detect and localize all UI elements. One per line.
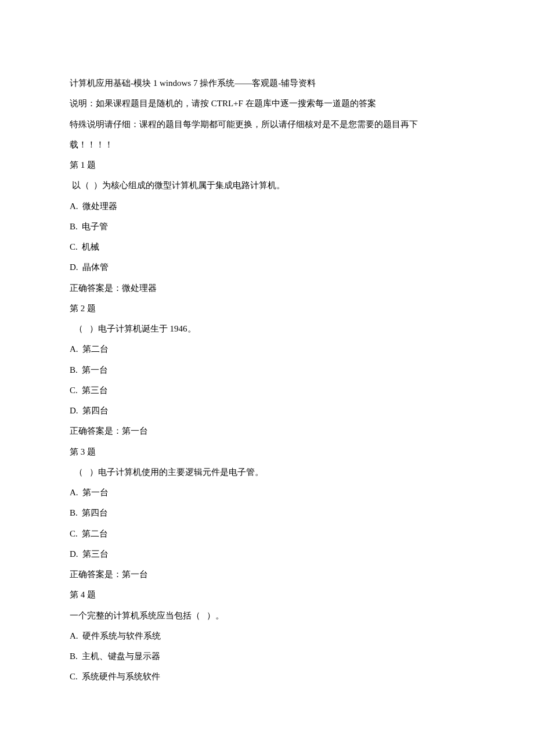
question-label: 第 3 题 — [70, 442, 464, 462]
question-stem: 以（ ）为核心组成的微型计算机属于集成电路计算机。 — [70, 175, 464, 196]
answer: 正确答案是：微处理器 — [70, 278, 464, 298]
option-b: B. 第四台 — [70, 503, 464, 523]
question-label: 第 4 题 — [70, 585, 464, 605]
doc-note-2a: 特殊说明请仔细：课程的题目每学期都可能更换，所以请仔细核对是不是您需要的题目再下 — [70, 114, 464, 135]
question-stem: 一个完整的计算机系统应当包括（ ）。 — [70, 606, 464, 626]
question-label: 第 1 题 — [70, 155, 464, 175]
answer: 正确答案是：第一台 — [70, 564, 464, 585]
document-page: 计算机应用基础-模块 1 windows 7 操作系统——客观题-辅导资料 说明… — [0, 0, 534, 722]
doc-title: 计算机应用基础-模块 1 windows 7 操作系统——客观题-辅导资料 — [70, 73, 464, 93]
option-c: C. 第三台 — [70, 380, 464, 401]
option-d: D. 第四台 — [70, 401, 464, 421]
option-b: B. 电子管 — [70, 217, 464, 237]
question-label: 第 2 题 — [70, 298, 464, 319]
option-b: B. 第一台 — [70, 360, 464, 380]
option-c: C. 系统硬件与系统软件 — [70, 667, 464, 687]
option-a: A. 第一台 — [70, 483, 464, 503]
doc-note-2b: 载！！！！ — [70, 135, 464, 155]
doc-note-1: 说明：如果课程题目是随机的，请按 CTRL+F 在题库中逐一搜索每一道题的答案 — [70, 93, 464, 114]
answer: 正确答案是：第一台 — [70, 421, 464, 441]
option-a: A. 第二台 — [70, 339, 464, 359]
option-b: B. 主机、键盘与显示器 — [70, 646, 464, 667]
question-stem: （ ）电子计算机使用的主要逻辑元件是电子管。 — [70, 462, 464, 483]
option-c: C. 第二台 — [70, 524, 464, 544]
option-a: A. 硬件系统与软件系统 — [70, 626, 464, 646]
option-c: C. 机械 — [70, 237, 464, 257]
question-stem: （ ）电子计算机诞生于 1946。 — [70, 319, 464, 339]
option-d: D. 第三台 — [70, 544, 464, 564]
option-a: A. 微处理器 — [70, 196, 464, 217]
option-d: D. 晶体管 — [70, 257, 464, 278]
